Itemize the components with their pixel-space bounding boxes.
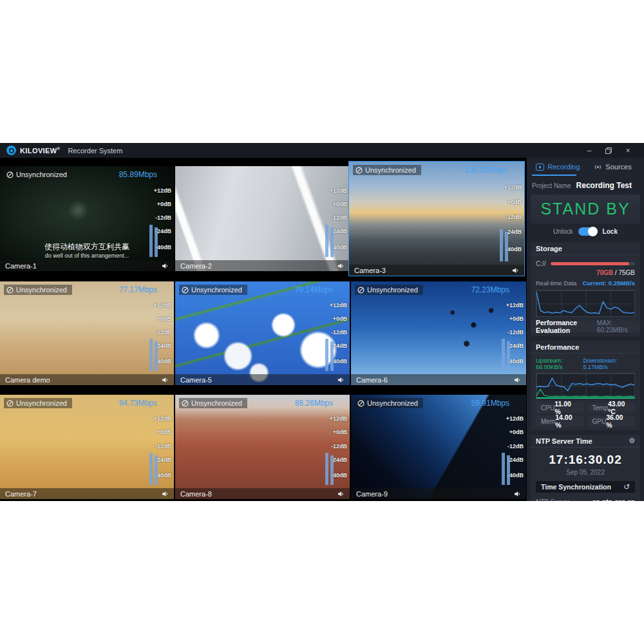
- downstream-label: Downstream: 5.17MB/s: [583, 357, 635, 370]
- camera-video: [175, 166, 350, 271]
- camera-video: [351, 395, 526, 499]
- realtime-chart: [536, 290, 635, 317]
- system-stats: CPU 11.00 % Temp 43.00 °C Mem 14.00 %: [536, 402, 635, 426]
- time-sync-button[interactable]: Time Synchronization ↺: [536, 481, 635, 493]
- restore-icon: [605, 147, 612, 154]
- unsynchronized-icon: [182, 400, 189, 407]
- unsynchronized-label: Unsynchronized: [367, 399, 418, 407]
- disk-label: C://: [536, 260, 546, 267]
- unsynchronized-label: Unsynchronized: [191, 399, 242, 407]
- camera-tile[interactable]: Unsynchronized 130.32Mbps +12dB +0dB -12…: [348, 161, 525, 276]
- recording-status-panel: STAND BY: [531, 194, 640, 223]
- camera-tile[interactable]: Unsynchronized 88.26Mbps +12dB +0dB -12d…: [175, 395, 350, 499]
- disk-usage-text: 70GB / 75GB: [531, 267, 640, 276]
- network-rates-row: Upstream: 68.00KB/s Downstream: 5.17MB/s: [531, 354, 640, 370]
- speaker-icon[interactable]: [337, 491, 345, 497]
- bitrate-label: 94.73Mbps: [119, 399, 157, 408]
- speaker-icon[interactable]: [162, 491, 169, 497]
- restore-button[interactable]: [599, 143, 618, 158]
- audio-level-meter: [325, 339, 334, 371]
- sidebar-tabs: Recording Sources: [531, 158, 640, 176]
- camera-title-bar: Camera demo: [0, 374, 174, 385]
- ntp-server-label: NTP Server: [536, 498, 569, 502]
- lock-label: Lock: [603, 228, 618, 235]
- page-background: KILOVIEW® Recorder System – ×: [0, 0, 644, 644]
- ntp-server-value: cn.ntp.org.cn: [592, 498, 636, 501]
- network-chart: [536, 373, 635, 399]
- camera-name: Camera-1: [5, 262, 37, 270]
- audio-level-meter: [502, 339, 510, 371]
- camera-name: Camera-3: [354, 267, 386, 274]
- ntp-panel: NTP Server Time ⚙ 17:16:30.02 Sep 05, 20…: [531, 435, 640, 501]
- camera-grid: Unsynchronized 85.89Mbps +12dB +0dB -12d…: [0, 158, 527, 501]
- speaker-icon[interactable]: [337, 263, 345, 269]
- window-controls: – ×: [580, 143, 638, 158]
- camera-tile[interactable]: +12dB +0dB -12dB -24dB -40dB Camera-2: [175, 166, 350, 271]
- camera-tile[interactable]: Unsynchronized 79.14Mbps +12dB +0dB -12d…: [175, 281, 350, 385]
- upstream-label: Upstream: 68.00KB/s: [536, 357, 583, 370]
- tab-sources-label: Sources: [605, 163, 631, 171]
- unsynchronized-label: Unsynchronized: [191, 286, 242, 294]
- camera-video: [0, 395, 174, 499]
- minimize-button[interactable]: –: [580, 143, 599, 158]
- sidebar: Recording Sources Project Name Recording…: [527, 158, 644, 501]
- gpu-stat: GPU 36.00 %: [587, 416, 636, 426]
- camera-video: [351, 281, 526, 385]
- cpu-stat: CPU 11.00 %: [536, 402, 584, 413]
- storage-header: Storage: [531, 242, 640, 255]
- audio-level-meter: [149, 453, 158, 485]
- unsynchronized-badge: Unsynchronized: [355, 398, 423, 408]
- camera-title-bar: Camera-3: [349, 265, 524, 276]
- camera-title-bar: Camera-9: [351, 488, 526, 499]
- speaker-icon[interactable]: [162, 263, 169, 269]
- project-name-label: Project Name: [532, 182, 571, 189]
- speaker-icon[interactable]: [514, 377, 521, 383]
- speaker-icon[interactable]: [337, 377, 345, 383]
- time-sync-label: Time Synchronization: [541, 483, 611, 491]
- unsynchronized-label: Unsynchronized: [16, 171, 67, 178]
- project-name-value: Recording Test: [576, 181, 632, 190]
- close-button[interactable]: ×: [618, 143, 638, 158]
- bitrate-label: 130.32Mbps: [465, 166, 507, 175]
- bitrate-label: 85.89Mbps: [119, 170, 157, 179]
- brand-name: KILOVIEW®: [20, 147, 60, 155]
- camera-tile[interactable]: Unsynchronized 77.17Mbps +12dB +0dB -12d…: [0, 281, 174, 385]
- camera-tile[interactable]: Unsynchronized 94.73Mbps +12dB +0dB -12d…: [0, 395, 174, 499]
- status-text: STAND BY: [540, 200, 630, 218]
- unsynchronized-badge: Unsynchronized: [353, 165, 421, 175]
- camera-tile[interactable]: Unsynchronized 85.89Mbps +12dB +0dB -12d…: [0, 166, 174, 271]
- ntp-server-row: NTP Server cn.ntp.org.cn: [531, 493, 640, 501]
- tab-recording-label: Recording: [547, 163, 580, 171]
- camera-video: [349, 162, 524, 276]
- camera-title-bar: Camera-1: [0, 260, 174, 271]
- speaker-icon[interactable]: [512, 267, 519, 274]
- project-row: Project Name Recording Test: [532, 181, 639, 190]
- ntp-date: Sep 05, 2022: [531, 467, 640, 476]
- tab-sources[interactable]: Sources: [585, 158, 640, 176]
- camera-name: Camera-6: [356, 376, 388, 384]
- lock-toggle[interactable]: [578, 227, 598, 236]
- performance-panel: Performance Upstream: 68.00KB/s Downstre…: [531, 341, 640, 430]
- tab-recording[interactable]: Recording: [531, 158, 585, 176]
- gear-icon[interactable]: ⚙: [629, 437, 635, 445]
- realtime-row: Real-time Data Current: 0.25MB/s: [531, 276, 640, 287]
- speaker-icon[interactable]: [514, 491, 521, 497]
- camera-name: Camera-2: [180, 262, 212, 270]
- bitrate-label: 59.91Mbps: [471, 399, 509, 408]
- camera-tile[interactable]: Unsynchronized 59.91Mbps +12dB +0dB -12d…: [351, 395, 526, 499]
- performance-evaluation-button[interactable]: Performance Evaluation MAX: 60.23MB/s: [531, 321, 640, 332]
- audio-level-meter: [500, 229, 508, 261]
- camera-title-bar: Camera-7: [0, 488, 174, 499]
- camera-name: Camera-7: [5, 490, 37, 498]
- mem-stat: Mem 14.00 %: [536, 416, 584, 426]
- camera-name: Camera-9: [356, 490, 388, 498]
- audio-level-meter: [149, 339, 158, 371]
- bitrate-label: 72.23Mbps: [471, 285, 509, 294]
- sources-icon: [594, 164, 602, 171]
- app-window: KILOVIEW® Recorder System – ×: [0, 143, 644, 501]
- speaker-icon[interactable]: [162, 377, 169, 383]
- lock-row: Unlock Lock: [531, 225, 640, 238]
- camera-tile[interactable]: Unsynchronized 72.23Mbps +12dB +0dB -12d…: [351, 281, 526, 385]
- bitrate-label: 88.26Mbps: [295, 399, 333, 408]
- ntp-time: 17:16:30.02: [531, 448, 640, 467]
